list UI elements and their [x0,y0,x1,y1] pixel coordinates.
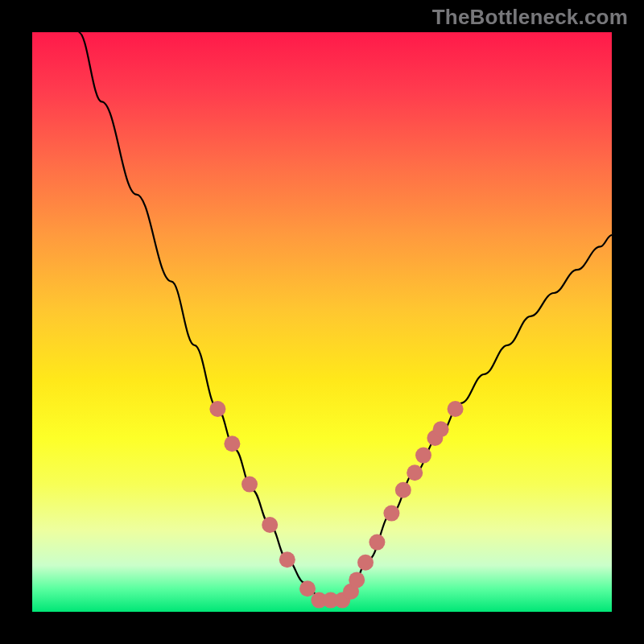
marker-point [279,551,295,568]
marker-point [357,555,374,571]
marker-point [369,535,385,551]
marker-point [395,482,411,498]
frame-left [0,0,32,644]
highlight-markers [209,401,463,609]
marker-point [415,448,431,464]
marker-point [262,517,278,533]
frame-right [612,0,644,644]
watermark-text: TheBottleneck.com [432,5,628,30]
marker-point [299,580,316,597]
marker-point [407,464,423,481]
frame-bottom [0,612,644,644]
marker-point [209,401,225,417]
marker-point [349,572,365,588]
marker-point [242,477,258,493]
marker-point [224,436,240,452]
chart-svg [32,32,612,612]
marker-point [448,401,464,417]
bottleneck-curve [79,32,612,601]
marker-point [433,421,449,437]
plot-area [32,32,612,612]
marker-point [383,506,399,522]
